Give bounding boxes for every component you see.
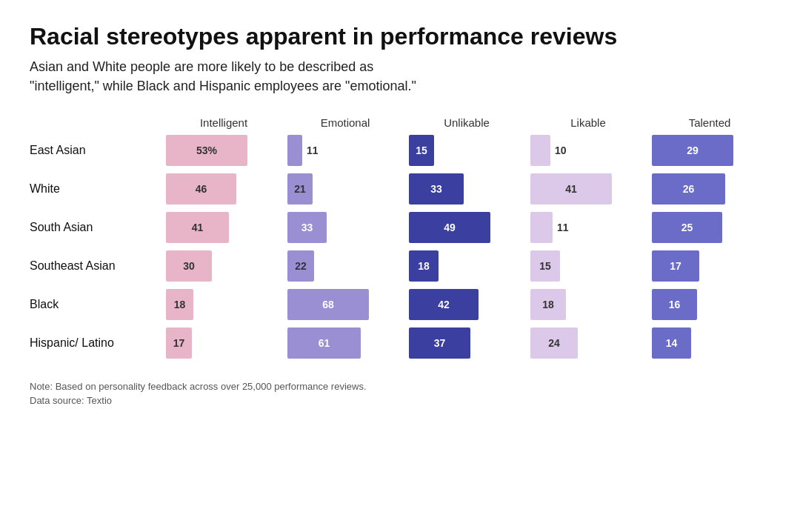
cell-intelligent: 18 [163,289,284,320]
cell-emotional: 68 [284,289,406,320]
cell-unlikable: 42 [406,289,527,320]
cell-likable: 41 [527,173,649,205]
col-header-label [30,116,163,129]
cell-emotional: 11 [284,135,406,166]
col-header-likable: Likable [527,116,649,129]
cell-talented: 25 [649,212,770,243]
cell-likable: 11 [527,212,649,243]
row-label: Hispanic/ Latino [30,336,163,350]
bar-value-likable: 10 [555,144,567,156]
bar-value-emotional: 11 [307,144,319,156]
note-line2: Data source: Textio [30,393,770,408]
table-row: Hispanic/ Latino1761372414 [30,327,770,359]
rows-container: East Asian53%11151029White4621334126Sout… [30,135,770,366]
cell-talented: 14 [649,327,770,359]
table-row: Black1868421816 [30,289,770,320]
row-label: Black [30,298,163,311]
cell-unlikable: 37 [406,327,527,359]
row-label: South Asian [30,221,163,234]
row-label: East Asian [30,144,163,157]
table-row: White4621334126 [30,173,770,205]
cell-intelligent: 30 [163,250,284,282]
chart-title: Racial stereotypes apparent in performan… [30,22,770,50]
cell-intelligent: 46 [163,173,284,205]
col-header-talented: Talented [649,116,770,129]
column-headers: Intelligent Emotional Unlikable Likable … [30,116,770,129]
cell-talented: 16 [649,289,770,320]
col-header-unlikable: Unlikable [406,116,527,129]
cell-talented: 29 [649,135,770,166]
cell-emotional: 33 [284,212,406,243]
cell-emotional: 61 [284,327,406,359]
note-line1: Note: Based on personality feedback acro… [30,379,770,394]
row-label: Southeast Asian [30,259,163,273]
cell-likable: 10 [527,135,649,166]
bar-value-likable: 11 [557,222,569,233]
table-row: South Asian4133491125 [30,212,770,243]
cell-unlikable: 18 [406,250,527,282]
cell-unlikable: 15 [406,135,527,166]
cell-talented: 17 [649,250,770,282]
chart-subtitle: Asian and White people are more likely t… [30,58,770,95]
row-label: White [30,182,163,196]
cell-likable: 24 [527,327,649,359]
cell-emotional: 22 [284,250,406,282]
cell-unlikable: 49 [406,212,527,243]
cell-unlikable: 33 [406,173,527,205]
chart: Intelligent Emotional Unlikable Likable … [30,116,770,366]
col-header-intelligent: Intelligent [163,116,284,129]
cell-emotional: 21 [284,173,406,205]
chart-note: Note: Based on personality feedback acro… [30,379,770,408]
cell-intelligent: 53% [163,135,284,166]
table-row: Southeast Asian3022181517 [30,250,770,282]
cell-intelligent: 41 [163,212,284,243]
cell-likable: 15 [527,250,649,282]
cell-likable: 18 [527,289,649,320]
cell-intelligent: 17 [163,327,284,359]
col-header-emotional: Emotional [284,116,406,129]
cell-talented: 26 [649,173,770,205]
table-row: East Asian53%11151029 [30,135,770,166]
